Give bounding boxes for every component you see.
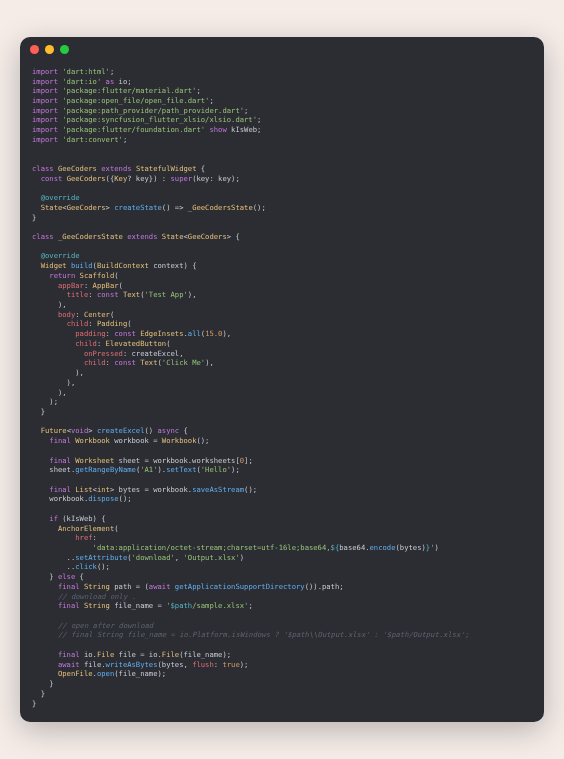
titlebar [20,37,544,63]
import-0: 'dart:html' [62,67,110,76]
import-6: 'package:flutter/foundation.dart' [62,125,205,134]
import-1: 'dart:io' [62,77,101,86]
editor-window: import 'dart:html'; import 'dart:io' as … [20,37,544,722]
minimize-icon[interactable] [45,45,54,54]
import-2: 'package:flutter/material.dart' [62,86,196,95]
close-icon[interactable] [30,45,39,54]
import-7: 'dart:convert' [62,135,123,144]
import-5: 'package:syncfusion_flutter_xlsio/xlsio.… [62,115,257,124]
import-3: 'package:open_file/open_file.dart' [62,96,209,105]
maximize-icon[interactable] [60,45,69,54]
import-4: 'package:path_provider/path_provider.dar… [62,106,244,115]
code-area: import 'dart:html'; import 'dart:io' as … [20,63,544,722]
